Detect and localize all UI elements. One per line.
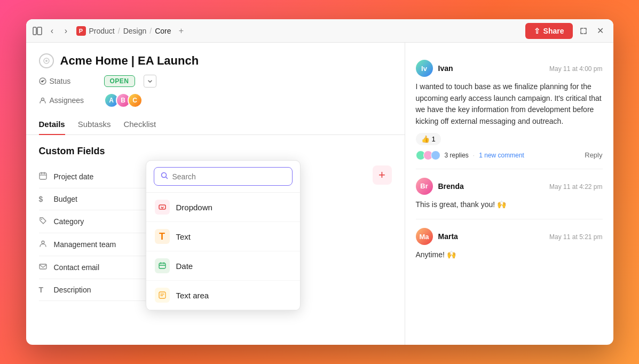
comment-marta-text: Anytime! 🙌 [416,249,603,261]
tabs-bar: Details Subtasks Checklist [26,114,405,135]
svg-rect-0 [33,27,36,35]
comment-brenda: Br Brenda May 11 at 4:22 pm This is grea… [416,169,603,220]
search-input[interactable] [172,172,286,181]
assignees-icon [39,97,46,104]
search-icon [161,172,168,181]
field-label-project-date: Project date [54,172,94,181]
reaction-count: 1 [432,135,436,143]
expand-button[interactable] [577,25,590,37]
field-type-dropdown: Dropdown T Text Date [146,160,301,311]
breadcrumb-product[interactable]: Product [89,27,115,35]
field-label-description: Description [54,286,91,294]
svg-point-3 [45,60,48,62]
avatar-brenda: Br [416,178,433,195]
add-tab-button[interactable]: + [175,25,187,37]
task-title: Acme Home | EA Launch [60,54,199,68]
share-button[interactable]: ⇧ Share [525,23,573,39]
titlebar: ‹ › P Product / Design / Core + ⇧ Share [26,19,613,43]
field-item-budget[interactable]: $ Budget [39,188,146,210]
titlebar-left: ‹ › P Product / Design / Core + [33,25,187,37]
svg-rect-6 [40,173,46,179]
dropdown-search-area [146,161,300,193]
option-textarea-label: Text area [176,291,209,300]
svg-point-7 [41,219,42,220]
svg-rect-9 [40,264,46,269]
comment-ivan: Iv Ivan May 11 at 4:00 pm I wanted to to… [416,51,603,169]
new-comment-link[interactable]: 1 new comment [479,152,524,159]
option-date-label: Date [176,262,193,271]
plus-icon: + [378,168,385,182]
add-field-button[interactable]: + [373,165,392,185]
task-header: Acme Home | EA Launch [26,43,405,75]
window-controls: ✕ [577,25,607,37]
nav-forward-button[interactable]: › [60,25,72,37]
comment-marta-name: Marta [438,232,458,241]
svg-rect-1 [37,27,42,35]
comment-brenda-text: This is great, thank you! 🙌 [416,199,603,211]
tab-details[interactable]: Details [39,114,65,135]
breadcrumb: P Product / Design / Core [76,26,171,36]
tag-icon [39,217,49,226]
option-textarea[interactable]: Text area [146,281,300,310]
comment-ivan-name: Ivan [438,64,453,73]
field-item-description[interactable]: T Description [39,279,146,301]
field-item-management-team[interactable]: Management team [39,233,146,256]
breadcrumb-core[interactable]: Core [155,27,171,35]
search-input-wrap [154,167,293,186]
assignee-avatars: A B C [104,93,143,108]
option-date[interactable]: Date [146,251,300,281]
breadcrumb-design[interactable]: Design [123,27,147,35]
comment-brenda-meta: Brenda May 11 at 4:22 pm [438,182,603,191]
tab-subtasks[interactable]: Subtasks [78,114,111,135]
avatar-3[interactable]: C [128,93,143,108]
comment-brenda-time: May 11 at 4:22 pm [549,183,602,191]
breadcrumb-sep-2: / [149,27,152,35]
comment-ivan-header: Iv Ivan May 11 at 4:00 pm [416,60,603,77]
close-icon: ✕ [597,26,604,36]
status-chevron-button[interactable] [144,75,156,88]
svg-rect-13 [159,292,165,298]
option-dropdown[interactable]: Dropdown [146,193,300,222]
dot-separator: · [473,152,475,159]
avatar-marta: Ma [416,228,433,245]
field-label-budget: Budget [54,195,77,203]
calendar-icon [39,172,49,181]
field-item-contact-email[interactable]: Contact email [39,256,146,279]
textarea-field-icon [155,288,170,303]
nav-back-button[interactable]: ‹ [46,25,58,37]
reply-button[interactable]: Reply [585,151,602,159]
titlebar-right: ⇧ Share ✕ [525,23,607,39]
comment-ivan-meta: Ivan May 11 at 4:00 pm [438,64,603,73]
field-label-contact-email: Contact email [54,263,100,272]
footer-avatar-3 [431,151,440,160]
comment-ivan-reactions: 👍 1 [416,133,603,145]
custom-fields-title: Custom Fields [39,146,392,157]
breadcrumb-sep-1: / [118,27,120,35]
right-panel: Iv Ivan May 11 at 4:00 pm I wanted to to… [405,43,613,345]
main-content: Acme Home | EA Launch Status OPEN [26,43,613,345]
comment-brenda-name: Brenda [438,182,464,191]
field-list: Project date $ Budget Category [39,165,146,301]
option-dropdown-label: Dropdown [176,203,212,212]
text-t-icon: T [39,286,49,294]
sidebar-toggle-icon[interactable] [33,26,42,36]
field-item-project-date[interactable]: Project date [39,165,146,188]
field-label-management-team: Management team [54,240,116,249]
status-icon [39,77,46,85]
tab-checklist[interactable]: Checklist [123,114,156,135]
share-label: Share [543,27,564,35]
comment-ivan-time: May 11 at 4:00 pm [549,65,602,73]
nav-arrows: ‹ › [46,25,72,37]
status-row: Status OPEN [39,75,392,88]
replies-link[interactable]: 3 replies [445,152,469,159]
reaction-emoji: 👍 [421,135,430,143]
field-item-category[interactable]: Category [39,210,146,233]
comment-marta: Ma Marta May 11 at 5:21 pm Anytime! 🙌 [416,219,603,270]
status-badge[interactable]: OPEN [104,75,135,87]
left-panel: Acme Home | EA Launch Status OPEN [26,43,405,345]
comment-marta-header: Ma Marta May 11 at 5:21 pm [416,228,603,245]
comment-marta-time: May 11 at 5:21 pm [549,233,602,241]
close-button[interactable]: ✕ [594,25,607,37]
reaction-thumbsup[interactable]: 👍 1 [416,133,441,145]
option-text[interactable]: T Text [146,222,300,251]
